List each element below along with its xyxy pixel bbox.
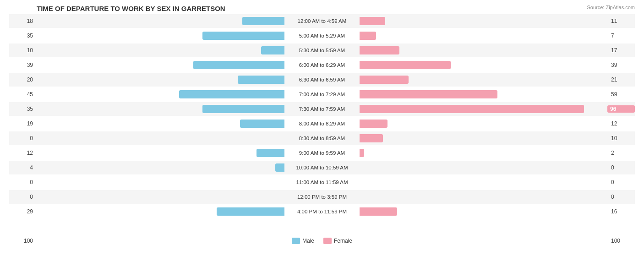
female-bar — [360, 17, 385, 25]
bars-section: 9:00 AM to 9:59 AM — [37, 146, 607, 160]
bars-section: 5:30 AM to 5:59 AM — [37, 44, 607, 57]
female-value: 0 — [607, 164, 635, 171]
source-label: Source: ZipAtlas.com — [587, 5, 635, 10]
left-bar-wrap — [37, 163, 285, 172]
male-value: 0 — [9, 135, 37, 141]
table-row: 35 5:00 AM to 5:29 AM 7 — [9, 29, 635, 43]
table-row: 18 12:00 AM to 4:59 AM 11 — [9, 14, 635, 28]
table-row: 35 7:30 AM to 7:59 AM 96 — [9, 102, 635, 116]
time-label: 4:00 PM to 11:59 PM — [285, 209, 359, 214]
time-label: 5:30 AM to 5:59 AM — [285, 48, 359, 53]
right-bar-wrap — [359, 207, 607, 216]
bars-section: 6:00 AM to 6:29 AM — [37, 58, 607, 72]
bars-section: 6:30 AM to 6:59 AM — [37, 73, 607, 87]
left-bar-wrap — [37, 46, 285, 54]
table-row: 45 7:00 AM to 7:29 AM 59 — [9, 87, 635, 101]
male-bar — [217, 207, 284, 216]
bars-section: 5:00 AM to 5:29 AM — [37, 29, 607, 43]
left-bar-wrap — [37, 61, 285, 69]
right-bar-wrap — [359, 46, 607, 54]
bars-section: 10:00 AM to 10:59 AM — [37, 161, 607, 174]
right-bar-wrap — [359, 120, 607, 128]
time-label: 6:30 AM to 6:59 AM — [285, 77, 359, 82]
male-value: 29 — [9, 208, 37, 215]
male-bar — [202, 32, 284, 40]
female-value: 10 — [607, 135, 635, 141]
legend-male-label: Male — [302, 238, 314, 244]
male-value: 35 — [9, 106, 37, 112]
female-value: 0 — [607, 194, 635, 200]
time-label: 8:00 AM to 8:29 AM — [285, 121, 359, 126]
legend: Male Female — [292, 238, 352, 244]
axis-row: 100 Male Female 100 — [9, 238, 635, 244]
male-value: 45 — [9, 91, 37, 98]
bars-section: 8:30 AM to 8:59 AM — [37, 131, 607, 145]
female-value: 7 — [607, 33, 635, 39]
time-label: 12:00 PM to 3:59 PM — [285, 194, 359, 200]
male-bar — [257, 149, 284, 157]
bars-section: 12:00 PM to 3:59 PM — [37, 190, 607, 204]
female-bar — [360, 76, 409, 84]
male-value: 18 — [9, 18, 37, 24]
table-row: 19 8:00 AM to 8:29 AM 12 — [9, 117, 635, 131]
time-label: 7:30 AM to 7:59 AM — [285, 106, 359, 112]
legend-female-box — [323, 238, 332, 244]
time-label: 5:00 AM to 5:29 AM — [285, 33, 359, 38]
right-bar-wrap — [359, 134, 607, 142]
legend-male: Male — [292, 238, 314, 244]
female-bar — [360, 120, 387, 128]
table-row: 4 10:00 AM to 10:59 AM 0 — [9, 161, 635, 174]
left-bar-wrap — [37, 76, 285, 84]
table-row: 20 6:30 AM to 6:59 AM 21 — [9, 73, 635, 87]
axis-left-label: 100 — [9, 238, 37, 244]
right-bar-wrap — [359, 61, 607, 69]
time-label: 6:00 AM to 6:29 AM — [285, 62, 359, 68]
female-value: 11 — [607, 18, 635, 24]
female-value: 96 — [607, 105, 635, 113]
male-value: 35 — [9, 33, 37, 39]
left-bar-wrap — [37, 178, 285, 186]
legend-female: Female — [323, 238, 352, 244]
table-row: 0 12:00 PM to 3:59 PM 0 — [9, 190, 635, 204]
right-bar-wrap — [359, 105, 607, 113]
female-bar — [360, 105, 584, 113]
bars-section: 7:00 AM to 7:29 AM — [37, 87, 607, 101]
female-value: 12 — [607, 120, 635, 127]
legend-female-label: Female — [334, 238, 352, 244]
left-bar-wrap — [37, 134, 285, 142]
chart-area: 18 12:00 AM to 4:59 AM 11 35 5:00 AM to … — [9, 14, 635, 236]
time-label: 10:00 AM to 10:59 AM — [285, 165, 359, 170]
female-value: 0 — [607, 179, 635, 185]
female-bar — [360, 46, 399, 54]
right-bar-wrap — [359, 17, 607, 25]
time-label: 9:00 AM to 9:59 AM — [285, 150, 359, 156]
right-bar-wrap — [359, 76, 607, 84]
table-row: 10 5:30 AM to 5:59 AM 17 — [9, 44, 635, 57]
left-bar-wrap — [37, 149, 285, 157]
left-bar-wrap — [37, 193, 285, 201]
male-value: 0 — [9, 194, 37, 200]
female-value: 2 — [607, 150, 635, 156]
left-bar-wrap — [37, 17, 285, 25]
male-bar — [193, 61, 284, 69]
right-bar-wrap — [359, 32, 607, 40]
legend-male-box — [292, 238, 300, 244]
right-bar-wrap — [359, 178, 607, 186]
male-bar — [238, 76, 284, 84]
left-bar-wrap — [37, 120, 285, 128]
female-bar — [360, 134, 383, 142]
bars-section: 7:30 AM to 7:59 AM — [37, 102, 607, 116]
female-bar — [360, 61, 451, 69]
male-bar — [275, 163, 284, 172]
chart-title: TIME OF DEPARTURE TO WORK BY SEX IN GARR… — [9, 5, 635, 12]
left-bar-wrap — [37, 207, 285, 216]
table-row: 0 8:30 AM to 8:59 AM 10 — [9, 131, 635, 145]
table-row: 0 11:00 AM to 11:59 AM 0 — [9, 175, 635, 189]
female-bar — [360, 207, 397, 216]
bars-section: 12:00 AM to 4:59 AM — [37, 14, 607, 28]
right-bar-wrap — [359, 163, 607, 172]
left-bar-wrap — [37, 105, 285, 113]
axis-right-label: 100 — [607, 238, 635, 244]
female-value: 16 — [607, 208, 635, 215]
table-row: 12 9:00 AM to 9:59 AM 2 — [9, 146, 635, 160]
